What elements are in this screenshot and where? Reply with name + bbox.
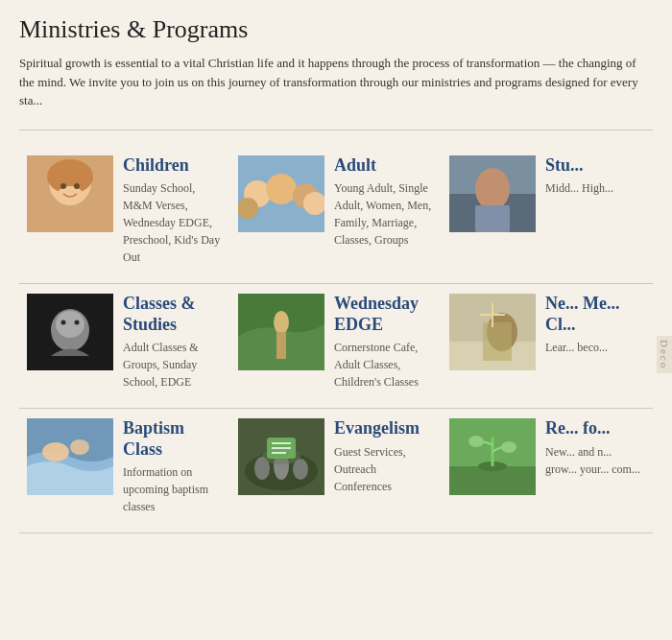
title-new-members[interactable]: Ne... Me... Cl... <box>545 294 645 335</box>
thumb-wednesday <box>238 294 324 370</box>
ministry-row-0: ChildrenSunday School, M&M Verses, Wedne… <box>19 146 653 285</box>
svg-point-18 <box>56 311 84 338</box>
desc-new-members: Lear... beco... <box>545 339 645 356</box>
ministry-item-baptism[interactable]: Baptism ClassInformation on upcoming bap… <box>19 409 230 533</box>
title-evangelism[interactable]: Evangelism <box>334 418 434 439</box>
svg-point-29 <box>42 442 69 462</box>
content-children: ChildrenSunday School, M&M Verses, Wedne… <box>123 155 223 267</box>
ministry-item-evangelism[interactable]: EvangelismGuest Services, Outreach Confe… <box>230 409 442 533</box>
divider <box>19 130 653 130</box>
ministry-item-children[interactable]: ChildrenSunday School, M&M Verses, Wedne… <box>19 146 230 284</box>
desc-evangelism: Guest Services, Outreach Conferences <box>334 443 434 495</box>
svg-point-10 <box>238 198 258 219</box>
ministry-grid: ChildrenSunday School, M&M Verses, Wedne… <box>19 146 653 534</box>
content-evangelism: EvangelismGuest Services, Outreach Confe… <box>334 418 434 495</box>
ministry-item-classes[interactable]: Classes & StudiesAdult Classes & Groups,… <box>19 284 230 408</box>
title-re[interactable]: Re... fo... <box>545 418 645 439</box>
ministry-item-new-members[interactable]: Ne... Me... Cl...Lear... beco... <box>442 284 653 408</box>
page-title: Ministries & Programs <box>19 15 653 44</box>
title-children[interactable]: Children <box>123 155 223 177</box>
svg-point-20 <box>75 320 80 325</box>
svg-point-4 <box>60 183 66 189</box>
content-students: Stu...Midd... High... <box>545 155 645 198</box>
desc-re: New... and n... grow... your... com... <box>545 443 645 478</box>
ministry-item-students[interactable]: Stu...Midd... High... <box>442 146 653 284</box>
svg-point-19 <box>61 320 66 325</box>
svg-point-41 <box>501 441 516 453</box>
thumb-children <box>27 155 113 232</box>
thumb-adult <box>238 155 324 232</box>
title-students[interactable]: Stu... <box>545 155 645 177</box>
desc-adult: Young Adult, Single Adult, Women, Men, F… <box>334 179 434 249</box>
svg-point-3 <box>57 186 84 205</box>
svg-point-8 <box>266 174 297 204</box>
intro-text: Spiritual growth is essential to a vital… <box>19 54 653 110</box>
svg-point-42 <box>468 436 484 447</box>
content-re: Re... fo...New... and n... grow... your.… <box>545 418 645 478</box>
ministry-item-re[interactable]: Re... fo...New... and n... grow... your.… <box>442 409 653 533</box>
desc-wednesday: Cornerstone Cafe, Adult Classes, Childre… <box>334 339 434 391</box>
svg-point-23 <box>274 311 289 334</box>
thumb-re <box>449 418 536 495</box>
thumb-evangelism <box>238 418 324 495</box>
title-adult[interactable]: Adult <box>334 155 434 177</box>
ministry-row-1: Classes & StudiesAdult Classes & Groups,… <box>19 284 653 409</box>
thumb-baptism <box>27 418 113 495</box>
thumb-classes <box>27 294 113 370</box>
content-baptism: Baptism ClassInformation on upcoming bap… <box>123 418 223 515</box>
page-wrapper: Ministries & Programs Spiritual growth i… <box>0 0 672 549</box>
desc-classes: Adult Classes & Groups, Sunday School, E… <box>123 339 223 391</box>
desc-students: Midd... High... <box>545 179 645 197</box>
svg-rect-24 <box>276 332 286 359</box>
svg-rect-15 <box>475 205 510 232</box>
svg-point-30 <box>70 439 89 455</box>
title-wednesday[interactable]: Wednesday EDGE <box>334 294 434 335</box>
desc-baptism: Information on upcoming baptism classes <box>123 463 223 515</box>
content-classes: Classes & StudiesAdult Classes & Groups,… <box>123 294 223 391</box>
ministry-item-wednesday[interactable]: Wednesday EDGECornerstone Cafe, Adult Cl… <box>230 284 442 408</box>
desc-children: Sunday School, M&M Verses, Wednesday EDG… <box>123 179 223 266</box>
thumb-students <box>449 155 536 232</box>
title-classes[interactable]: Classes & Studies <box>123 294 223 335</box>
thumb-new-members <box>449 294 536 370</box>
title-baptism[interactable]: Baptism Class <box>123 418 223 460</box>
svg-point-5 <box>74 183 80 189</box>
ministry-item-adult[interactable]: AdultYoung Adult, Single Adult, Women, M… <box>230 146 442 284</box>
svg-point-14 <box>475 168 510 210</box>
ministry-row-2: Baptism ClassInformation on upcoming bap… <box>19 409 653 533</box>
content-new-members: Ne... Me... Cl...Lear... beco... <box>545 294 645 356</box>
content-adult: AdultYoung Adult, Single Adult, Women, M… <box>334 155 434 249</box>
deco-side: Deco <box>657 336 672 373</box>
content-wednesday: Wednesday EDGECornerstone Cafe, Adult Cl… <box>334 294 434 391</box>
